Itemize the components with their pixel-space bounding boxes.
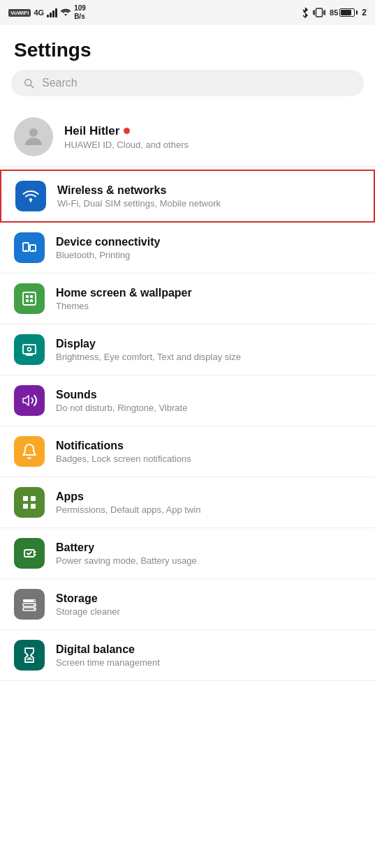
status-right: 85 2 bbox=[302, 7, 367, 18]
svg-rect-16 bbox=[23, 345, 36, 354]
settings-item-sounds[interactable]: Sounds Do not disturb, Ringtone, Vibrate bbox=[0, 375, 375, 426]
display-icon-box bbox=[14, 334, 45, 365]
apps-text: Apps Permissions, Default apps, App twin bbox=[56, 491, 361, 515]
wifi-status-icon bbox=[60, 8, 71, 17]
display-icon bbox=[21, 341, 38, 358]
home-screen-subtitle: Themes bbox=[56, 301, 361, 311]
settings-item-home-screen[interactable]: Home screen & wallpaper Themes bbox=[0, 274, 375, 324]
vowifi-indicator: VoWiFi bbox=[8, 9, 31, 17]
home-screen-icon bbox=[21, 290, 38, 307]
profile-name: Heil Hitler bbox=[64, 124, 189, 138]
device-connectivity-subtitle: Bluetooth, Printing bbox=[56, 250, 361, 260]
battery-subtitle: Power saving mode, Battery usage bbox=[56, 555, 361, 566]
hourglass-icon bbox=[21, 647, 38, 664]
status-left: VoWiFi 4G 109B/s bbox=[8, 4, 86, 21]
apps-subtitle: Permissions, Default apps, App twin bbox=[56, 504, 361, 515]
sounds-icon-box bbox=[14, 385, 45, 416]
svg-point-32 bbox=[34, 604, 35, 606]
notifications-subtitle: Badges, Lock screen notifications bbox=[56, 454, 361, 464]
svg-rect-12 bbox=[26, 295, 29, 298]
battery-setting-icon bbox=[21, 545, 38, 562]
profile-row[interactable]: Heil Hitler HUAWEI ID, Cloud, and others bbox=[0, 107, 375, 167]
profile-subtitle: HUAWEI ID, Cloud, and others bbox=[64, 140, 189, 150]
battery-title: Battery bbox=[56, 541, 361, 554]
apps-icon-box bbox=[14, 487, 45, 518]
sounds-title: Sounds bbox=[56, 389, 361, 401]
settings-item-device-connectivity[interactable]: Device connectivity Bluetooth, Printing bbox=[0, 223, 375, 274]
sounds-text: Sounds Do not disturb, Ringtone, Vibrate bbox=[56, 389, 361, 413]
svg-rect-13 bbox=[30, 295, 33, 298]
svg-rect-11 bbox=[23, 292, 36, 305]
settings-item-digital-balance[interactable]: Digital balance Screen time management bbox=[0, 630, 375, 681]
svg-rect-23 bbox=[23, 504, 28, 509]
svg-point-5 bbox=[29, 128, 38, 137]
wireless-subtitle: Wi-Fi, Dual SIM settings, Mobile network bbox=[57, 198, 360, 209]
wireless-title: Wireless & networks bbox=[57, 184, 360, 197]
network-speed: 109B/s bbox=[74, 4, 86, 21]
svg-point-6 bbox=[30, 201, 31, 202]
notification-dot bbox=[124, 128, 130, 134]
digital-balance-subtitle: Screen time management bbox=[56, 657, 361, 668]
svg-rect-14 bbox=[26, 299, 29, 302]
wireless-text: Wireless & networks Wi-Fi, Dual SIM sett… bbox=[57, 184, 360, 209]
settings-item-storage[interactable]: Storage Storage cleaner bbox=[0, 579, 375, 630]
display-title: Display bbox=[56, 338, 361, 350]
notifications-title: Notifications bbox=[56, 440, 361, 452]
page-title: Settings bbox=[0, 25, 375, 70]
svg-point-31 bbox=[34, 600, 35, 601]
battery-text: Battery Power saving mode, Battery usage bbox=[56, 541, 361, 566]
wifi-icon bbox=[22, 188, 39, 204]
svg-point-33 bbox=[34, 608, 35, 610]
storage-icon-box bbox=[14, 589, 45, 620]
avatar-icon bbox=[21, 124, 46, 149]
sounds-subtitle: Do not disturb, Ringtone, Vibrate bbox=[56, 403, 361, 413]
settings-item-apps[interactable]: Apps Permissions, Default apps, App twin bbox=[0, 477, 375, 528]
signal-bars bbox=[47, 8, 57, 17]
home-screen-title: Home screen & wallpaper bbox=[56, 287, 361, 299]
svg-rect-0 bbox=[316, 8, 323, 17]
svg-rect-22 bbox=[31, 496, 36, 501]
display-text: Display Brightness, Eye comfort, Text an… bbox=[56, 338, 361, 362]
bell-icon bbox=[21, 443, 38, 460]
profile-info: Heil Hitler HUAWEI ID, Cloud, and others bbox=[64, 124, 189, 150]
status-bar: VoWiFi 4G 109B/s 85 bbox=[0, 0, 375, 25]
device-connectivity-icon-box bbox=[14, 232, 45, 263]
display-subtitle: Brightness, Eye comfort, Text and displa… bbox=[56, 352, 361, 362]
wireless-icon-box bbox=[15, 181, 46, 211]
svg-rect-15 bbox=[30, 299, 33, 302]
4g-indicator: 4G bbox=[34, 8, 44, 17]
digital-balance-icon-box bbox=[14, 640, 45, 671]
sound-icon bbox=[21, 392, 38, 409]
settings-item-battery[interactable]: Battery Power saving mode, Battery usage bbox=[0, 528, 375, 579]
home-screen-text: Home screen & wallpaper Themes bbox=[56, 287, 361, 311]
digital-balance-text: Digital balance Screen time management bbox=[56, 643, 361, 668]
storage-text: Storage Storage cleaner bbox=[56, 592, 361, 617]
home-screen-icon-box bbox=[14, 283, 45, 314]
notifications-text: Notifications Badges, Lock screen notifi… bbox=[56, 440, 361, 464]
svg-point-19 bbox=[28, 347, 31, 351]
settings-list: Wireless & networks Wi-Fi, Dual SIM sett… bbox=[0, 170, 375, 681]
digital-balance-title: Digital balance bbox=[56, 643, 361, 656]
search-icon bbox=[22, 77, 35, 89]
device-connectivity-icon bbox=[21, 239, 38, 256]
search-placeholder-text: Search bbox=[42, 77, 78, 89]
battery-icon-box bbox=[14, 538, 45, 569]
device-connectivity-text: Device connectivity Bluetooth, Printing bbox=[56, 236, 361, 260]
settings-item-notifications[interactable]: Notifications Badges, Lock screen notifi… bbox=[0, 426, 375, 477]
storage-title: Storage bbox=[56, 592, 361, 605]
notifications-icon-box bbox=[14, 436, 45, 467]
search-bar[interactable]: Search bbox=[11, 70, 364, 96]
svg-rect-24 bbox=[31, 504, 36, 509]
device-connectivity-title: Device connectivity bbox=[56, 236, 361, 248]
svg-marker-20 bbox=[23, 396, 29, 405]
battery-indicator: 85 bbox=[330, 8, 358, 17]
apps-icon bbox=[21, 494, 38, 511]
vibrate-icon bbox=[313, 7, 325, 18]
settings-item-wireless[interactable]: Wireless & networks Wi-Fi, Dual SIM sett… bbox=[0, 170, 375, 223]
storage-icon bbox=[21, 596, 38, 613]
avatar bbox=[14, 117, 53, 156]
settings-item-display[interactable]: Display Brightness, Eye comfort, Text an… bbox=[0, 324, 375, 375]
apps-title: Apps bbox=[56, 491, 361, 503]
storage-subtitle: Storage cleaner bbox=[56, 606, 361, 617]
bluetooth-icon bbox=[302, 7, 309, 18]
